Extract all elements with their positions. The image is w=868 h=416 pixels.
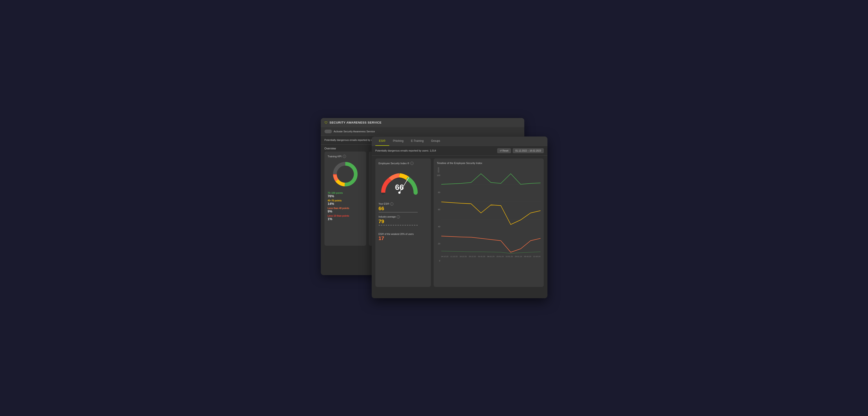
svg-point-12	[398, 192, 401, 194]
esi-y-axis-label: ESI®	[437, 167, 440, 173]
tab-groups[interactable]: Groups	[427, 137, 444, 146]
training-kpi-info-icon[interactable]: i	[343, 155, 346, 158]
gauge-container: 66	[379, 170, 420, 197]
donut-chart-container	[328, 160, 363, 188]
scene: 🛡 SECURITY AWARENESS SERVICE Activate Se…	[321, 118, 548, 298]
date-range-button[interactable]: 01.12.2022 – 16.02.2023	[513, 148, 544, 153]
esi-timeline-chart	[441, 167, 540, 254]
esi-industry-avg: Industry average i 79	[379, 215, 428, 226]
esi-chart-area: 04.12.22 11.12.22 18.12.22 25.12.22 01.0…	[441, 167, 540, 266]
training-kpi-title: Training KPI i	[328, 155, 363, 158]
legend-less-10: Less 10 than points 1%	[328, 215, 363, 221]
esi-weakest-panel: ESI® of the weakest 20% of users 17	[379, 230, 414, 241]
training-kpi-card: Training KPI i	[324, 151, 366, 246]
industry-avg-label: Industry average i	[379, 215, 428, 218]
app-header: 🛡 SECURITY AWARENESS SERVICE	[321, 118, 524, 127]
tab-phishing[interactable]: Phishing	[389, 137, 407, 146]
legend-70-100: 70–100 points 76%	[328, 192, 363, 198]
panel-actions: ↺ Reset 01.12.2022 – 16.02.2023	[497, 148, 544, 153]
esi-title: Employee Security Index ® i	[379, 162, 414, 165]
gauge-svg: 66	[379, 170, 420, 197]
reset-button[interactable]: ↺ Reset	[497, 148, 511, 153]
app-title: SECURITY AWARENESS SERVICE	[330, 121, 382, 124]
your-esi-label: Your ESI® i	[379, 202, 428, 206]
svg-text:66: 66	[395, 183, 404, 192]
esi-line-indicator	[379, 212, 418, 212]
esi-your-esi: Your ESI® i 66	[379, 202, 428, 212]
shield-icon: 🛡	[324, 121, 328, 125]
esi-info-icon[interactable]: i	[410, 162, 413, 165]
panel-emails-reported: Potentially dangerous emails reported by…	[375, 149, 436, 152]
esi-gauge-panel: Employee Security Index ® i	[375, 159, 431, 287]
activate-toggle[interactable]	[324, 130, 332, 133]
toggle-label: Activate Security Awareness Service	[334, 130, 375, 133]
foreground-panel: ESI® Phishing E-Training Groups Potentia…	[372, 137, 548, 298]
panel-info-bar: Potentially dangerous emails reported by…	[372, 146, 548, 156]
legend-40-70: 40–70 points 14%	[328, 199, 363, 206]
toggle-bar: Activate Security Awareness Service	[321, 127, 524, 136]
esi-x-labels: 04.12.22 11.12.22 18.12.22 25.12.22 01.0…	[441, 254, 540, 257]
donut-chart	[332, 160, 359, 188]
tab-etraining[interactable]: E-Training	[407, 137, 427, 146]
your-esi-value: 66	[379, 206, 428, 212]
esi-content: Employee Security Index ® i	[372, 156, 548, 290]
legend-less-40: Less than 40 points 9%	[328, 207, 363, 213]
weakest-value: 17	[379, 235, 414, 241]
tabs-bar: ESI® Phishing E-Training Groups	[372, 137, 548, 146]
industry-avg-info-icon[interactable]: i	[397, 215, 400, 218]
weakest-label: ESI® of the weakest 20% of users	[379, 233, 414, 235]
industry-avg-dash-line	[379, 225, 418, 226]
esi-timeline-title: Timeline of the Employee Security Index	[437, 162, 540, 165]
tab-esi[interactable]: ESI®	[375, 137, 389, 146]
your-esi-info-icon[interactable]: i	[390, 202, 394, 206]
esi-y-axis-container: ESI® 100 80 60 40 20 0	[437, 167, 440, 266]
industry-avg-value: 79	[379, 218, 428, 224]
esi-timeline-panel: Timeline of the Employee Security Index …	[434, 159, 544, 287]
esi-y-labels: 100 80 60 40 20 0	[437, 174, 440, 262]
